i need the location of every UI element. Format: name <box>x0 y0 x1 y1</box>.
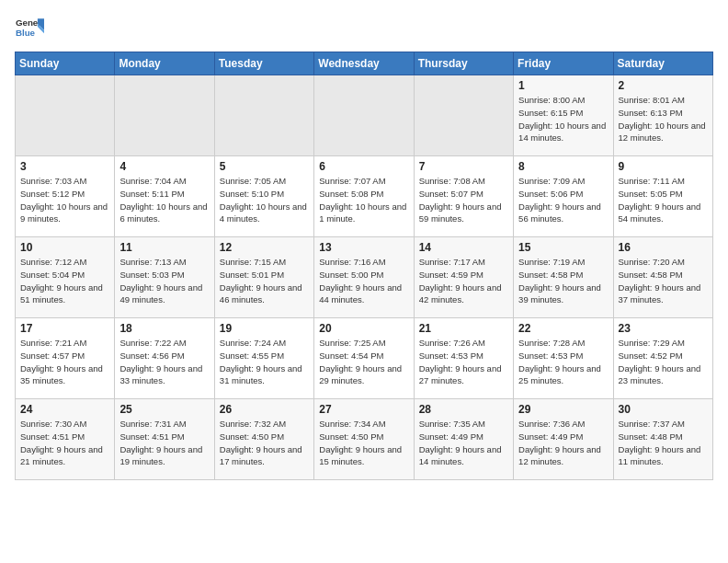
calendar-cell: 19Sunrise: 7:24 AM Sunset: 4:55 PM Dayli… <box>214 318 313 399</box>
day-info: Sunrise: 7:25 AM Sunset: 4:54 PM Dayligh… <box>319 337 408 387</box>
weekday-header: Wednesday <box>314 52 414 75</box>
calendar-cell: 9Sunrise: 7:11 AM Sunset: 5:05 PM Daylig… <box>613 156 712 237</box>
calendar-cell: 20Sunrise: 7:25 AM Sunset: 4:54 PM Dayli… <box>314 318 414 399</box>
day-number: 18 <box>119 322 209 335</box>
day-info: Sunrise: 8:00 AM Sunset: 6:15 PM Dayligh… <box>518 94 608 144</box>
weekday-header: Monday <box>115 52 214 75</box>
day-info: Sunrise: 7:34 AM Sunset: 4:50 PM Dayligh… <box>319 418 408 468</box>
day-number: 25 <box>119 403 209 416</box>
calendar-cell: 28Sunrise: 7:35 AM Sunset: 4:49 PM Dayli… <box>414 399 513 480</box>
calendar-cell: 18Sunrise: 7:22 AM Sunset: 4:56 PM Dayli… <box>115 318 214 399</box>
day-info: Sunrise: 7:12 AM Sunset: 5:04 PM Dayligh… <box>20 256 109 306</box>
day-info: Sunrise: 7:21 AM Sunset: 4:57 PM Dayligh… <box>20 337 109 387</box>
day-info: Sunrise: 7:03 AM Sunset: 5:12 PM Dayligh… <box>20 175 109 225</box>
day-info: Sunrise: 7:35 AM Sunset: 4:49 PM Dayligh… <box>419 418 508 468</box>
calendar-cell: 26Sunrise: 7:32 AM Sunset: 4:50 PM Dayli… <box>214 399 313 480</box>
calendar-week-row: 1Sunrise: 8:00 AM Sunset: 6:15 PM Daylig… <box>16 75 713 156</box>
day-number: 22 <box>518 322 608 335</box>
calendar-cell: 24Sunrise: 7:30 AM Sunset: 4:51 PM Dayli… <box>16 399 115 480</box>
calendar-cell: 22Sunrise: 7:28 AM Sunset: 4:53 PM Dayli… <box>514 318 613 399</box>
calendar-cell: 10Sunrise: 7:12 AM Sunset: 5:04 PM Dayli… <box>16 237 115 318</box>
day-info: Sunrise: 7:13 AM Sunset: 5:03 PM Dayligh… <box>119 256 209 306</box>
calendar-cell <box>314 75 414 156</box>
day-number: 4 <box>119 160 209 173</box>
calendar-header-row: SundayMondayTuesdayWednesdayThursdayFrid… <box>16 52 713 75</box>
calendar-cell: 5Sunrise: 7:05 AM Sunset: 5:10 PM Daylig… <box>214 156 313 237</box>
day-info: Sunrise: 7:32 AM Sunset: 4:50 PM Dayligh… <box>220 418 309 468</box>
day-info: Sunrise: 7:26 AM Sunset: 4:53 PM Dayligh… <box>419 337 508 387</box>
calendar-week-row: 24Sunrise: 7:30 AM Sunset: 4:51 PM Dayli… <box>16 399 713 480</box>
calendar-cell: 1Sunrise: 8:00 AM Sunset: 6:15 PM Daylig… <box>514 75 613 156</box>
calendar-body: 1Sunrise: 8:00 AM Sunset: 6:15 PM Daylig… <box>16 75 713 480</box>
day-info: Sunrise: 7:16 AM Sunset: 5:00 PM Dayligh… <box>319 256 408 306</box>
calendar-cell: 6Sunrise: 7:07 AM Sunset: 5:08 PM Daylig… <box>314 156 414 237</box>
calendar-cell: 4Sunrise: 7:04 AM Sunset: 5:11 PM Daylig… <box>115 156 214 237</box>
calendar-table: SundayMondayTuesdayWednesdayThursdayFrid… <box>15 52 713 480</box>
weekday-header: Tuesday <box>214 52 313 75</box>
weekday-header: Saturday <box>613 52 712 75</box>
day-info: Sunrise: 7:36 AM Sunset: 4:49 PM Dayligh… <box>518 418 608 468</box>
day-info: Sunrise: 7:07 AM Sunset: 5:08 PM Dayligh… <box>319 175 408 225</box>
calendar-cell: 12Sunrise: 7:15 AM Sunset: 5:01 PM Dayli… <box>214 237 313 318</box>
day-info: Sunrise: 7:31 AM Sunset: 4:51 PM Dayligh… <box>119 418 209 468</box>
day-number: 7 <box>419 160 508 173</box>
calendar-cell: 2Sunrise: 8:01 AM Sunset: 6:13 PM Daylig… <box>613 75 712 156</box>
logo-icon: General Blue <box>15 15 44 40</box>
logo: General Blue <box>15 15 44 40</box>
day-number: 15 <box>518 241 608 254</box>
day-number: 27 <box>319 403 408 416</box>
calendar-cell: 25Sunrise: 7:31 AM Sunset: 4:51 PM Dayli… <box>115 399 214 480</box>
day-info: Sunrise: 7:17 AM Sunset: 4:59 PM Dayligh… <box>419 256 508 306</box>
day-info: Sunrise: 7:22 AM Sunset: 4:56 PM Dayligh… <box>119 337 209 387</box>
day-number: 30 <box>619 403 708 416</box>
day-info: Sunrise: 7:24 AM Sunset: 4:55 PM Dayligh… <box>220 337 309 387</box>
day-number: 8 <box>518 160 608 173</box>
day-number: 16 <box>619 241 708 254</box>
calendar-cell: 16Sunrise: 7:20 AM Sunset: 4:58 PM Dayli… <box>613 237 712 318</box>
calendar-cell: 30Sunrise: 7:37 AM Sunset: 4:48 PM Dayli… <box>613 399 712 480</box>
day-info: Sunrise: 7:37 AM Sunset: 4:48 PM Dayligh… <box>619 418 708 468</box>
day-number: 11 <box>119 241 209 254</box>
day-info: Sunrise: 7:19 AM Sunset: 4:58 PM Dayligh… <box>518 256 608 306</box>
page-header: General Blue <box>15 15 713 40</box>
day-info: Sunrise: 7:05 AM Sunset: 5:10 PM Dayligh… <box>220 175 309 225</box>
calendar-cell: 7Sunrise: 7:08 AM Sunset: 5:07 PM Daylig… <box>414 156 513 237</box>
day-number: 10 <box>20 241 109 254</box>
day-number: 28 <box>419 403 508 416</box>
day-number: 5 <box>220 160 309 173</box>
weekday-header: Thursday <box>414 52 513 75</box>
day-number: 12 <box>220 241 309 254</box>
day-number: 17 <box>20 322 109 335</box>
day-info: Sunrise: 7:28 AM Sunset: 4:53 PM Dayligh… <box>518 337 608 387</box>
calendar-cell: 17Sunrise: 7:21 AM Sunset: 4:57 PM Dayli… <box>16 318 115 399</box>
day-number: 21 <box>419 322 508 335</box>
day-number: 3 <box>20 160 109 173</box>
calendar-cell: 27Sunrise: 7:34 AM Sunset: 4:50 PM Dayli… <box>314 399 414 480</box>
day-number: 26 <box>220 403 309 416</box>
calendar-cell <box>115 75 214 156</box>
calendar-cell: 3Sunrise: 7:03 AM Sunset: 5:12 PM Daylig… <box>16 156 115 237</box>
day-number: 9 <box>619 160 708 173</box>
calendar-cell: 23Sunrise: 7:29 AM Sunset: 4:52 PM Dayli… <box>613 318 712 399</box>
day-info: Sunrise: 8:01 AM Sunset: 6:13 PM Dayligh… <box>619 94 708 144</box>
calendar-cell: 14Sunrise: 7:17 AM Sunset: 4:59 PM Dayli… <box>414 237 513 318</box>
day-number: 24 <box>20 403 109 416</box>
day-number: 13 <box>319 241 408 254</box>
day-number: 1 <box>518 79 608 92</box>
calendar-cell: 8Sunrise: 7:09 AM Sunset: 5:06 PM Daylig… <box>514 156 613 237</box>
day-info: Sunrise: 7:04 AM Sunset: 5:11 PM Dayligh… <box>119 175 209 225</box>
day-info: Sunrise: 7:30 AM Sunset: 4:51 PM Dayligh… <box>20 418 109 468</box>
day-number: 2 <box>619 79 708 92</box>
calendar-week-row: 10Sunrise: 7:12 AM Sunset: 5:04 PM Dayli… <box>16 237 713 318</box>
day-info: Sunrise: 7:11 AM Sunset: 5:05 PM Dayligh… <box>619 175 708 225</box>
calendar-cell: 21Sunrise: 7:26 AM Sunset: 4:53 PM Dayli… <box>414 318 513 399</box>
calendar-cell <box>214 75 313 156</box>
calendar-cell <box>414 75 513 156</box>
day-info: Sunrise: 7:09 AM Sunset: 5:06 PM Dayligh… <box>518 175 608 225</box>
day-info: Sunrise: 7:15 AM Sunset: 5:01 PM Dayligh… <box>220 256 309 306</box>
day-info: Sunrise: 7:20 AM Sunset: 4:58 PM Dayligh… <box>619 256 708 306</box>
day-info: Sunrise: 7:29 AM Sunset: 4:52 PM Dayligh… <box>619 337 708 387</box>
calendar-cell: 13Sunrise: 7:16 AM Sunset: 5:00 PM Dayli… <box>314 237 414 318</box>
calendar-cell: 15Sunrise: 7:19 AM Sunset: 4:58 PM Dayli… <box>514 237 613 318</box>
day-number: 19 <box>220 322 309 335</box>
